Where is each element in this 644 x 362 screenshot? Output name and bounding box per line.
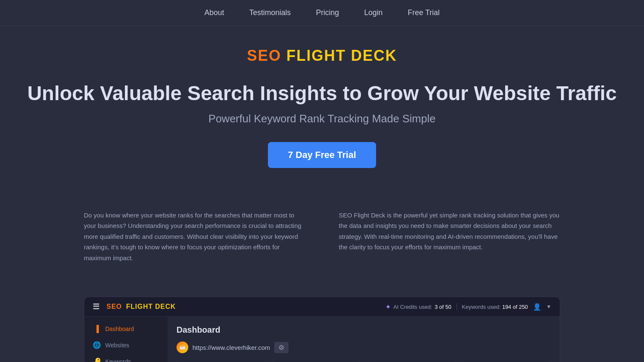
header-divider	[457, 303, 457, 310]
hero-subheadline: Powerful Keyword Rank Tracking Made Simp…	[8, 112, 636, 125]
ai-credits: ✦ AI Credits used: 3 of 50	[385, 303, 451, 311]
dashboard-main: Dashboard 🏔 https://www.cleverhiker.com …	[168, 317, 560, 362]
keywords-used: Keywords used: 194 of 250	[462, 304, 528, 310]
sidebar-item-dashboard[interactable]: ▐ Dashboard	[84, 321, 168, 337]
chevron-down-icon[interactable]: ▼	[546, 304, 551, 310]
main-nav: About Testimonials Pricing Login Free Tr…	[0, 0, 644, 26]
website-favicon: 🏔	[177, 341, 188, 353]
brand-title: SEO FLIGHT DECK	[8, 47, 636, 65]
nav-testimonials[interactable]: Testimonials	[249, 8, 291, 17]
about-left: Do you know where your website ranks for…	[84, 210, 305, 264]
dashboard-header: ☰ SEO FLIGHT DECK ✦ AI Credits used: 3 o…	[84, 297, 560, 317]
website-settings-button[interactable]: ⚙	[274, 342, 288, 353]
sidebar-keywords-label: Keywords	[105, 358, 131, 362]
nav-free-trial[interactable]: Free Trial	[408, 8, 440, 17]
nav-about[interactable]: About	[204, 8, 224, 17]
sidebar-item-keywords[interactable]: 🔑 Keywords	[84, 353, 168, 362]
nav-login[interactable]: Login	[364, 8, 383, 17]
brand-fd: FLIGHT DECK	[286, 47, 397, 64]
dashboard-sidebar: ▐ Dashboard 🌐 Websites 🔑 Keywords ⚙ Keyw…	[84, 317, 168, 362]
keywords-icon: 🔑	[93, 357, 100, 362]
hero-section: SEO FLIGHT DECK Unlock Valuable Search I…	[0, 26, 644, 181]
dashboard-header-right: ✦ AI Credits used: 3 of 50 Keywords used…	[385, 303, 551, 311]
user-icon[interactable]: 👤	[533, 303, 541, 311]
kw-used-value: 194 of 250	[502, 304, 528, 310]
about-section: Do you know where your website ranks for…	[0, 185, 644, 289]
sidebar-websites-label: Websites	[105, 342, 129, 349]
brand-seo: SEO	[247, 47, 286, 64]
dashboard-body: ▐ Dashboard 🌐 Websites 🔑 Keywords ⚙ Keyw…	[84, 317, 560, 362]
website-bar: 🏔 https://www.cleverhiker.com ⚙	[177, 341, 551, 353]
cta-button[interactable]: 7 Day Free Trial	[268, 142, 377, 168]
website-url: https://www.cleverhiker.com	[192, 344, 270, 351]
websites-icon: 🌐	[93, 341, 100, 349]
dashboard-title: Dashboard	[177, 325, 551, 335]
ai-credits-label: AI Credits used:	[393, 304, 432, 310]
about-right: SEO Flight Deck is the powerful yet simp…	[339, 210, 560, 264]
dashboard-icon: ▐	[93, 325, 100, 333]
hamburger-icon[interactable]: ☰	[93, 302, 100, 311]
sidebar-item-websites[interactable]: 🌐 Websites	[84, 337, 168, 353]
dashboard-preview: ☰ SEO FLIGHT DECK ✦ AI Credits used: 3 o…	[84, 297, 560, 362]
hero-headline: Unlock Valuable Search Insights to Grow …	[8, 81, 636, 106]
ai-star-icon: ✦	[385, 303, 391, 311]
dash-brand-seo: SEO	[106, 303, 122, 310]
dashboard-brand: ☰ SEO FLIGHT DECK	[93, 302, 176, 311]
dash-brand-fd: FLIGHT DECK	[126, 303, 176, 310]
nav-pricing[interactable]: Pricing	[316, 8, 339, 17]
sidebar-dashboard-label: Dashboard	[105, 326, 134, 332]
ai-credits-value: 3 of 50	[435, 304, 452, 310]
